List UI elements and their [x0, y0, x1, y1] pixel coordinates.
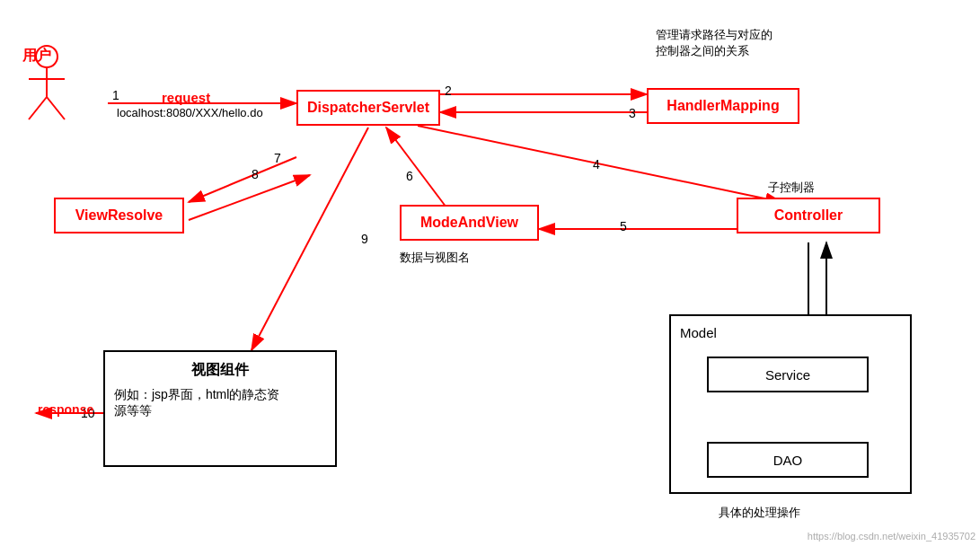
mode-and-view-note: 数据与视图名 [400, 250, 470, 266]
model-note: 具体的处理操作 [719, 505, 800, 521]
step-3: 3 [629, 106, 636, 120]
svg-line-21 [29, 97, 47, 119]
url-label: localhost:8080/XXX/hello.do [117, 106, 263, 119]
step-1: 1 [112, 88, 119, 102]
controller-box: Controller [737, 198, 880, 233]
step-2: 2 [445, 84, 452, 98]
user-label: 用户 [22, 47, 51, 66]
response-label: response [38, 402, 93, 417]
step-8: 8 [252, 167, 259, 181]
handler-mapping-note: 管理请求路径与对应的 控制器之间的关系 [656, 27, 773, 59]
diagram-container: 用户 1 request localhost:8080/XXX/hello.do… [0, 0, 980, 546]
step-5: 5 [620, 219, 627, 233]
dispatcher-servlet-box: DispatcherServlet [296, 90, 440, 126]
svg-line-22 [47, 97, 65, 119]
controller-note: 子控制器 [768, 180, 815, 196]
model-label: Model [680, 325, 901, 340]
mode-and-view-box: ModeAndView [400, 205, 539, 241]
view-component-note: 例如：jsp界面，html的静态资 源等等 [114, 387, 326, 419]
service-box: Service [707, 357, 869, 392]
view-component-box: 视图组件 例如：jsp界面，html的静态资 源等等 [103, 350, 337, 467]
svg-line-11 [189, 175, 310, 220]
view-component-label: 视图组件 [114, 361, 326, 380]
model-box: Model Service DAO [669, 314, 912, 494]
handler-mapping-box: HandlerMapping [647, 88, 799, 124]
svg-line-12 [252, 128, 368, 350]
svg-line-9 [386, 128, 449, 211]
step-9: 9 [361, 232, 368, 246]
step-4: 4 [593, 157, 600, 172]
step-7: 7 [274, 151, 281, 165]
dao-label: DAO [773, 453, 803, 468]
request-label: request [162, 90, 210, 105]
step-6: 6 [406, 169, 413, 183]
view-resolve-box: ViewResolve [54, 198, 184, 233]
dao-box: DAO [707, 442, 869, 478]
service-label: Service [765, 367, 810, 383]
watermark: https://blog.csdn.net/weixin_41935702 [808, 531, 976, 542]
